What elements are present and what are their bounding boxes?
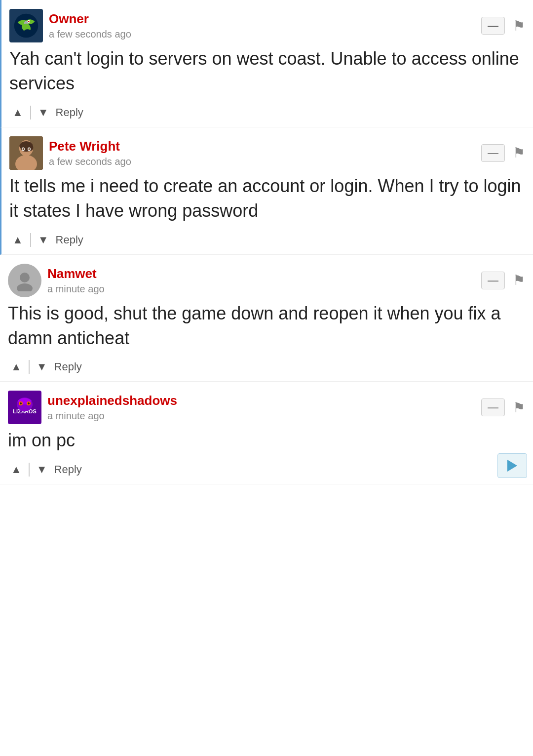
avatar: LIZARDS <box>8 391 41 424</box>
comment-thread: Owner a few seconds ago — ⚑ Yah can't lo… <box>0 0 533 484</box>
author-info: Namwet a minute ago <box>47 266 105 295</box>
comment-footer: ▲ ▼ Reply <box>8 461 525 478</box>
comment-item: Pete Wright a few seconds ago — ⚑ It tel… <box>0 127 533 255</box>
comment-header: Owner a few seconds ago — ⚑ <box>9 9 525 42</box>
comment-header: LIZARDS unexplainedshadows a minute ago … <box>8 391 525 424</box>
comment-header-left: Pete Wright a few seconds ago <box>9 136 131 170</box>
downvote-button[interactable]: ▼ <box>34 461 50 478</box>
author-name: Namwet <box>47 266 105 281</box>
comment-header: Pete Wright a few seconds ago — ⚑ <box>9 136 525 170</box>
timestamp: a minute ago <box>47 283 105 295</box>
minimize-button[interactable]: — <box>481 17 505 35</box>
comment-item: LIZARDS unexplainedshadows a minute ago … <box>0 382 533 484</box>
author-info: Pete Wright a few seconds ago <box>49 139 131 167</box>
comment-header-left: LIZARDS unexplainedshadows a minute ago <box>8 391 177 424</box>
author-name: Pete Wright <box>49 139 131 154</box>
divider <box>30 106 31 119</box>
comment-header-left: Owner a few seconds ago <box>9 9 131 42</box>
reply-button[interactable]: Reply <box>56 232 83 248</box>
svg-point-12 <box>17 283 33 291</box>
minimize-button[interactable]: — <box>481 144 505 162</box>
svg-point-2 <box>28 21 30 22</box>
comment-actions-right: — ⚑ <box>481 17 525 35</box>
comment-body: This is good, shut the game down and reo… <box>8 301 525 351</box>
svg-point-18 <box>20 402 22 404</box>
flag-button[interactable]: ⚑ <box>513 18 525 34</box>
upvote-button[interactable]: ▲ <box>9 104 26 121</box>
divider <box>30 233 31 247</box>
svg-point-11 <box>20 273 30 282</box>
comment-actions-right: — ⚑ <box>481 272 525 289</box>
minimize-button[interactable]: — <box>481 272 505 289</box>
comment-body: It tells me i need to create an account … <box>9 174 525 224</box>
author-info: Owner a few seconds ago <box>49 11 131 40</box>
comment-header: Namwet a minute ago — ⚑ <box>8 264 525 297</box>
svg-point-19 <box>28 402 30 404</box>
reply-button[interactable]: Reply <box>56 104 83 121</box>
comment-footer: ▲ ▼ Reply <box>8 358 525 375</box>
upvote-button[interactable]: ▲ <box>8 358 25 375</box>
comment-actions-right: — ⚑ <box>481 144 525 162</box>
upvote-button[interactable]: ▲ <box>8 461 25 478</box>
timestamp: a few seconds ago <box>49 29 131 40</box>
comment-footer: ▲ ▼ Reply <box>9 104 525 121</box>
downvote-button[interactable]: ▼ <box>35 104 52 121</box>
flag-button[interactable]: ⚑ <box>513 399 525 416</box>
flag-button[interactable]: ⚑ <box>513 272 525 288</box>
comment-body: im on pc <box>8 428 525 453</box>
play-icon <box>507 460 517 472</box>
divider <box>29 360 30 374</box>
svg-point-10 <box>29 148 30 150</box>
divider <box>29 463 30 477</box>
reply-button[interactable]: Reply <box>54 358 82 375</box>
flag-button[interactable]: ⚑ <box>513 145 525 161</box>
svg-point-9 <box>23 148 24 150</box>
downvote-button[interactable]: ▼ <box>34 358 50 375</box>
author-name: Owner <box>49 11 131 27</box>
author-info: unexplainedshadows a minute ago <box>47 393 177 422</box>
downvote-button[interactable]: ▼ <box>35 232 52 248</box>
comment-item: Namwet a minute ago — ⚑ This is good, sh… <box>0 255 533 382</box>
reply-button[interactable]: Reply <box>54 461 82 478</box>
avatar <box>9 136 43 170</box>
comment-header-left: Namwet a minute ago <box>8 264 105 297</box>
author-name: unexplainedshadows <box>47 393 177 408</box>
avatar <box>9 9 43 42</box>
minimize-button[interactable]: — <box>481 398 505 416</box>
comment-item: Owner a few seconds ago — ⚑ Yah can't lo… <box>0 0 533 127</box>
timestamp: a few seconds ago <box>49 156 131 167</box>
comment-actions-right: — ⚑ <box>481 398 525 416</box>
avatar <box>8 264 41 297</box>
comment-footer: ▲ ▼ Reply <box>9 232 525 248</box>
comment-body: Yah can't login to servers on west coast… <box>9 46 525 96</box>
timestamp: a minute ago <box>47 410 177 422</box>
upvote-button[interactable]: ▲ <box>9 232 26 248</box>
ad-banner[interactable] <box>497 453 527 478</box>
